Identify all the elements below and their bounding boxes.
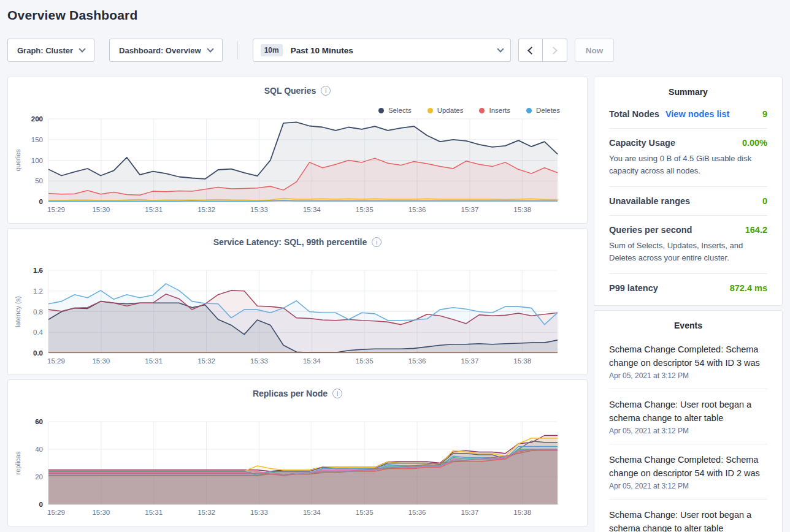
chart-title-row: SQL Queries i [8, 86, 587, 96]
summary-title: Summary [609, 87, 767, 97]
summary-row-total-nodes: Total NodesView nodes list9 [609, 109, 767, 119]
summary-row-unavailable-ranges: Unavailable ranges0 [609, 196, 767, 206]
chart-plot-area[interactable] [48, 422, 558, 504]
event-divider [609, 389, 767, 389]
x-tick-label: 15:32 [198, 206, 215, 213]
x-tick-label: 15:34 [303, 509, 321, 516]
event-divider [609, 444, 767, 444]
events-title: Events [609, 321, 767, 330]
charts-column: SQL Queries i SelectsUpdatesInsertsDelet… [7, 77, 588, 531]
x-tick-label: 15:35 [356, 206, 374, 213]
time-range-selector[interactable]: 10m Past 10 Minutes [253, 39, 511, 62]
y-tick-label: 100 [31, 157, 43, 164]
y-tick-label: 200 [31, 115, 43, 123]
graph-dropdown-label: Graph: Cluster [17, 46, 73, 55]
legend-dot-icon [479, 108, 485, 113]
replicas-per-node-chart[interactable]: 15:2915:3015:3115:3215:3315:3415:3515:36… [8, 380, 587, 526]
main-content: SQL Queries i SelectsUpdatesInsertsDelet… [0, 77, 790, 532]
y-tick-label: 50 [35, 177, 43, 184]
graph-dropdown[interactable]: Graph: Cluster [7, 39, 94, 62]
x-tick-label: 15:31 [145, 509, 163, 516]
dashboard-dropdown[interactable]: Dashboard: Overview [109, 39, 223, 62]
x-tick-label: 15:38 [513, 206, 531, 213]
summary-row-p99-latency: P99 latency872.4 ms [609, 283, 767, 293]
event-timestamp: Apr 05, 2021 at 3:12 PM [609, 427, 767, 435]
summary-label: Queries per second [609, 225, 692, 235]
x-tick-label: 15:38 [513, 357, 531, 365]
info-icon[interactable]: i [332, 389, 342, 398]
time-range-badge: 10m [261, 44, 283, 56]
y-tick-label: 0 [39, 198, 43, 205]
x-tick-label: 15:34 [303, 206, 321, 213]
summary-value: 9 [762, 109, 767, 119]
x-tick-label: 15:29 [47, 357, 65, 365]
chart-plot-area[interactable] [48, 119, 558, 202]
summary-divider [609, 273, 767, 274]
summary-panel: Summary Total NodesView nodes list9Capac… [594, 77, 783, 306]
legend-item-deletes: Deletes [526, 107, 560, 114]
next-range-button[interactable] [543, 39, 567, 62]
dashboard-dropdown-label: Dashboard: Overview [119, 46, 201, 55]
x-tick-label: 15:34 [303, 357, 321, 365]
event-text: Schema Change: User root began a schema … [609, 508, 767, 532]
event-item: Schema Change: User root began a schema … [609, 398, 767, 435]
page-title: Overview Dashboard [0, 0, 790, 23]
summary-rows: Total NodesView nodes list9Capacity Usag… [609, 109, 767, 293]
y-tick-label: 0.4 [33, 329, 44, 336]
summary-note: You are using 0 B of 4.5 GiB usable disk… [609, 153, 767, 177]
y-tick-label: 0 [39, 501, 43, 508]
x-tick-label: 15:30 [92, 357, 110, 365]
x-tick-label: 15:30 [92, 509, 110, 516]
events-panel: Events Schema Change Completed: Schema c… [594, 310, 783, 532]
events-list: Schema Change Completed: Schema change o… [609, 343, 767, 532]
legend-label: Inserts [489, 107, 510, 114]
toolbar-divider [237, 41, 238, 59]
summary-note: Sum of Selects, Updates, Inserts, and De… [609, 240, 767, 264]
x-tick-label: 15:30 [92, 206, 110, 213]
x-tick-label: 15:33 [250, 509, 268, 516]
chart-title-row: Replicas per Node i [8, 389, 587, 398]
service-latency-chart[interactable]: 15:2915:3015:3115:3215:3315:3415:3515:36… [8, 229, 587, 374]
info-icon[interactable]: i [372, 237, 382, 247]
y-axis-label: latency (s) [14, 296, 21, 327]
x-tick-label: 15:35 [356, 357, 374, 365]
x-tick-label: 15:35 [356, 509, 374, 516]
prev-range-button[interactable] [518, 39, 543, 62]
now-button[interactable]: Now [575, 39, 615, 62]
event-item: Schema Change Completed: Schema change o… [609, 453, 767, 490]
y-tick-label: 0.8 [33, 308, 43, 316]
y-tick-label: 1.2 [33, 287, 43, 295]
summary-label: Total Nodes [609, 109, 659, 119]
summary-label: Capacity Usage [609, 138, 675, 148]
chart-plot-area[interactable] [48, 270, 558, 353]
chevron-left-icon [527, 47, 535, 55]
info-icon[interactable]: i [321, 86, 331, 96]
sql-queries-chart[interactable]: 15:2915:3015:3115:3215:3315:3415:3515:36… [8, 77, 587, 223]
y-tick-label: 150 [31, 136, 43, 143]
toolbar: Graph: Cluster Dashboard: Overview 10m P… [7, 39, 783, 62]
x-tick-label: 15:33 [250, 357, 268, 365]
x-tick-label: 15:31 [145, 206, 163, 213]
summary-value: 0.00% [742, 138, 767, 148]
x-tick-label: 15:31 [145, 357, 163, 365]
summary-label: P99 latency [609, 283, 658, 293]
y-tick-label: 20 [35, 473, 43, 481]
x-tick-label: 15:36 [408, 509, 426, 516]
summary-value: 872.4 ms [730, 283, 767, 293]
event-item: Schema Change Completed: Schema change o… [609, 343, 767, 380]
y-tick-label: 1.6 [33, 267, 43, 274]
event-text: Schema Change Completed: Schema change o… [609, 343, 767, 370]
chart-legend: SelectsUpdatesInsertsDeletes [378, 107, 560, 114]
view-nodes-list-link[interactable]: View nodes list [665, 109, 730, 119]
legend-item-inserts: Inserts [479, 107, 510, 114]
summary-row-capacity-usage: Capacity Usage0.00% [609, 138, 767, 148]
y-tick-label: 40 [35, 446, 43, 453]
side-column: Summary Total NodesView nodes list9Capac… [594, 77, 783, 532]
page: Overview Dashboard Graph: Cluster Dashbo… [0, 0, 790, 532]
legend-label: Deletes [536, 107, 560, 114]
time-range-label: Past 10 Minutes [291, 46, 490, 55]
y-axis-label: queries [14, 149, 21, 172]
legend-dot-icon [378, 108, 384, 113]
x-tick-label: 15:37 [461, 509, 479, 516]
event-timestamp: Apr 05, 2021 at 3:12 PM [609, 371, 767, 380]
